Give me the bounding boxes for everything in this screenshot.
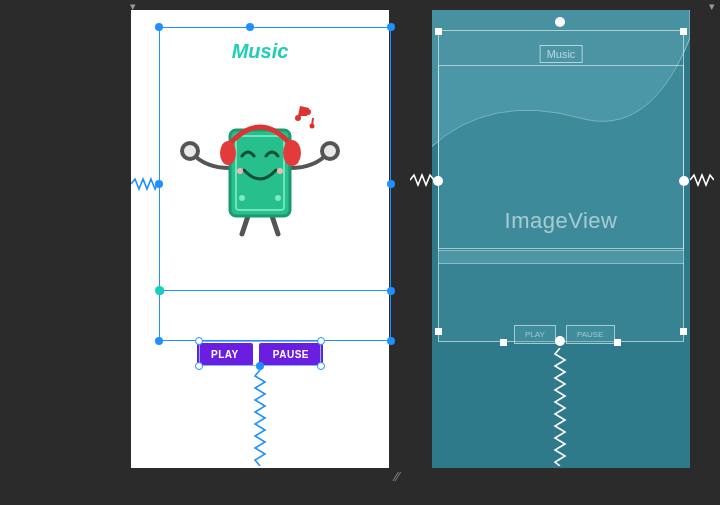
- selection-outline-seekbar[interactable]: [159, 290, 391, 291]
- selection-handle[interactable]: [387, 23, 395, 31]
- blueprint-handle[interactable]: [614, 339, 621, 346]
- selection-handle[interactable]: [387, 287, 395, 295]
- constraint-spring-icon: [131, 177, 157, 191]
- blueprint-handle[interactable]: [435, 28, 442, 35]
- selection-handle[interactable]: [387, 180, 395, 188]
- selection-handle[interactable]: [155, 337, 163, 345]
- constraint-spring-icon: [553, 348, 567, 466]
- constraint-spring-icon: [410, 173, 434, 187]
- blueprint-play-button[interactable]: PLAY: [514, 325, 556, 344]
- blueprint-handle[interactable]: [555, 17, 565, 27]
- selection-handle[interactable]: [195, 337, 203, 345]
- blueprint-handle[interactable]: [680, 328, 687, 335]
- selection-outline-root[interactable]: [159, 27, 391, 341]
- blueprint-handle[interactable]: [433, 176, 443, 186]
- selection-handle[interactable]: [387, 337, 395, 345]
- blueprint-handle[interactable]: [679, 176, 689, 186]
- blueprint-title-label: Music: [540, 45, 583, 63]
- constraint-spring-icon: [690, 173, 714, 187]
- blueprint-handle[interactable]: [555, 336, 565, 346]
- pane-resize-handle[interactable]: ⁄⁄: [395, 469, 399, 484]
- blueprint-imageview-label: ImageView: [432, 208, 690, 234]
- selection-handle[interactable]: [256, 362, 264, 370]
- selection-handle[interactable]: [246, 23, 254, 31]
- filter-icon[interactable]: ▾: [709, 0, 715, 13]
- baseline-indicator[interactable]: [155, 286, 164, 295]
- blueprint-handle[interactable]: [435, 328, 442, 335]
- blueprint-handle[interactable]: [680, 28, 687, 35]
- selection-handle[interactable]: [317, 362, 325, 370]
- selection-handle[interactable]: [317, 337, 325, 345]
- blueprint-seekbar-outline[interactable]: [438, 250, 684, 264]
- selection-handle[interactable]: [155, 23, 163, 31]
- selection-handle[interactable]: [195, 362, 203, 370]
- blueprint-pause-button[interactable]: PAUSE: [566, 325, 615, 344]
- layout-editor-canvas[interactable]: ▾ ▾ Music: [0, 0, 720, 505]
- constraint-spring-icon: [253, 370, 267, 466]
- blueprint-handle[interactable]: [500, 339, 507, 346]
